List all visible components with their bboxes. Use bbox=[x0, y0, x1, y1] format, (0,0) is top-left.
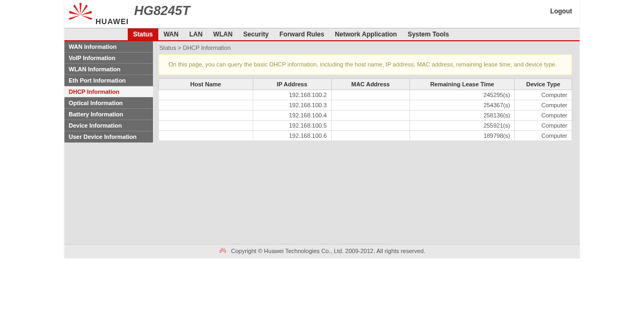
cell bbox=[331, 110, 409, 120]
cell: 245295(s) bbox=[409, 90, 515, 100]
topnav-item-network-application[interactable]: Network Application bbox=[330, 28, 402, 40]
cell bbox=[331, 100, 409, 110]
col-device-type: Device Type bbox=[515, 78, 572, 90]
table-body: 192.168.100.2245295(s)Computer192.168.10… bbox=[159, 90, 572, 140]
cell: Computer bbox=[515, 120, 572, 130]
brand-block: HUAWEI bbox=[68, 0, 129, 28]
cell: Computer bbox=[515, 110, 572, 120]
cell bbox=[331, 130, 409, 140]
sidebar: WAN InformationVoIP InformationWLAN Info… bbox=[64, 41, 153, 244]
dhcp-table: Host NameIP AddressMAC AddressRemaining … bbox=[158, 78, 572, 141]
cell bbox=[159, 110, 253, 120]
sidebar-item-user-device-information[interactable]: User Device Information bbox=[64, 131, 153, 143]
cell: 254367(s) bbox=[409, 100, 515, 110]
sidebar-item-wan-information[interactable]: WAN Information bbox=[64, 41, 153, 53]
cell bbox=[159, 100, 253, 110]
col-remaining-lease-time: Remaining Lease Time bbox=[409, 78, 515, 90]
cell: 192.168.100.5 bbox=[253, 120, 331, 130]
sidebar-item-wlan-information[interactable]: WLAN Information bbox=[64, 64, 153, 75]
cell: Computer bbox=[515, 90, 572, 100]
header: HUAWEI HG8245T Logout bbox=[64, 0, 580, 28]
model-label: HG8245T bbox=[134, 3, 190, 18]
huawei-logo-icon bbox=[219, 248, 226, 255]
topnav-item-lan[interactable]: LAN bbox=[184, 28, 208, 40]
info-box: On this page, you can query the basic DH… bbox=[158, 54, 572, 75]
topnav-item-security[interactable]: Security bbox=[238, 28, 274, 40]
cell: 192.168.100.4 bbox=[253, 110, 331, 120]
cell bbox=[159, 130, 253, 140]
topnav-item-wan[interactable]: WAN bbox=[158, 28, 184, 40]
col-mac-address: MAC Address bbox=[331, 78, 409, 90]
topnav-item-forward-rules[interactable]: Forward Rules bbox=[274, 28, 330, 40]
app-frame: HUAWEI HG8245T Logout StatusWANLANWLANSe… bbox=[64, 0, 580, 258]
col-host-name: Host Name bbox=[159, 78, 253, 90]
breadcrumb: Status > DHCP Information bbox=[158, 41, 572, 54]
brand-text: HUAWEI bbox=[96, 17, 129, 26]
sidebar-item-voip-information[interactable]: VoIP Information bbox=[64, 53, 153, 64]
col-ip-address: IP Address bbox=[253, 78, 331, 90]
topnav-item-system-tools[interactable]: System Tools bbox=[402, 28, 455, 40]
footer: Copyright © Huawei Technologies Co., Ltd… bbox=[64, 244, 580, 258]
table-row: 192.168.100.3254367(s)Computer bbox=[159, 100, 572, 110]
cell bbox=[159, 120, 253, 130]
cell: 189798(s) bbox=[409, 130, 515, 140]
cell bbox=[159, 90, 253, 100]
logout-link[interactable]: Logout bbox=[550, 8, 572, 15]
sidebar-item-optical-information[interactable]: Optical Information bbox=[64, 98, 153, 109]
cell: 255921(s) bbox=[409, 120, 515, 130]
footer-text: Copyright © Huawei Technologies Co., Ltd… bbox=[231, 248, 426, 254]
huawei-logo-icon bbox=[68, 2, 93, 28]
table-header-row: Host NameIP AddressMAC AddressRemaining … bbox=[159, 78, 572, 90]
sidebar-item-eth-port-information[interactable]: Eth Port Information bbox=[64, 75, 153, 86]
topnav-item-status[interactable]: Status bbox=[128, 28, 158, 40]
sidebar-item-dhcp-information[interactable]: DHCP Information bbox=[64, 86, 153, 98]
cell bbox=[331, 120, 409, 130]
cell: 258136(s) bbox=[409, 110, 515, 120]
cell: Computer bbox=[515, 100, 572, 110]
cell: 192.168.100.2 bbox=[253, 90, 331, 100]
table-row: 192.168.100.2245295(s)Computer bbox=[159, 90, 572, 100]
table-row: 192.168.100.4258136(s)Computer bbox=[159, 110, 572, 120]
cell: 192.168.100.6 bbox=[253, 130, 331, 140]
main-panel: Status > DHCP Information On this page, … bbox=[153, 41, 580, 244]
cell: Computer bbox=[515, 130, 572, 140]
table-row: 192.168.100.6189798(s)Computer bbox=[159, 130, 572, 140]
cell bbox=[331, 90, 409, 100]
top-nav: StatusWANLANWLANSecurityForward RulesNet… bbox=[64, 28, 580, 41]
cell: 192.168.100.3 bbox=[253, 100, 331, 110]
sidebar-item-device-information[interactable]: Device Information bbox=[64, 120, 153, 131]
sidebar-item-battery-information[interactable]: Battery Information bbox=[64, 109, 153, 120]
body: WAN InformationVoIP InformationWLAN Info… bbox=[64, 41, 580, 244]
table-row: 192.168.100.5255921(s)Computer bbox=[159, 120, 572, 130]
topnav-item-wlan[interactable]: WLAN bbox=[208, 28, 238, 40]
